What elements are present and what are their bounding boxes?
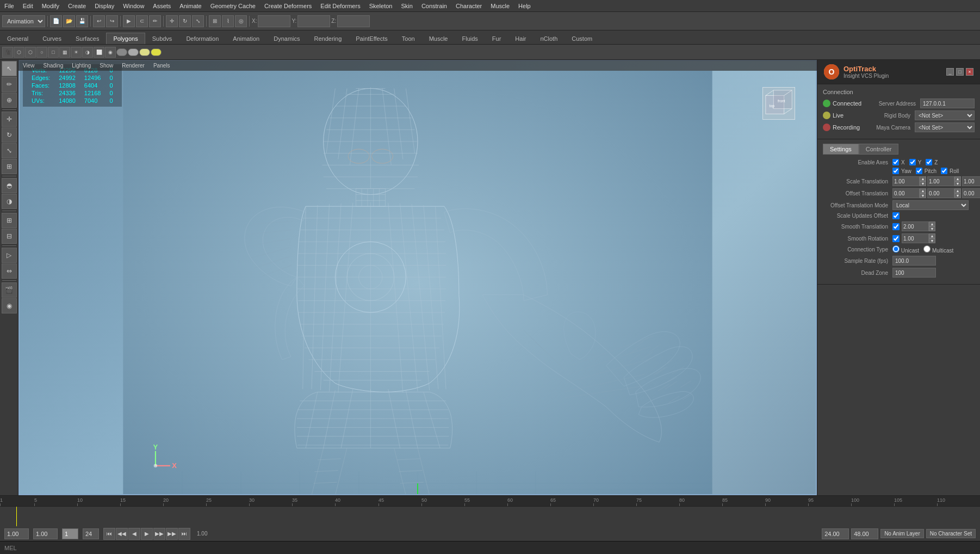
lasso-btn[interactable]: ⊂	[136, 15, 148, 27]
settings-tab[interactable]: Settings	[823, 144, 859, 155]
server-address-input[interactable]	[920, 99, 975, 108]
timeline-bar[interactable]	[0, 507, 980, 526]
grid-btn[interactable]: ⊞	[2, 213, 17, 228]
offset-x-down[interactable]: ▼	[920, 193, 926, 198]
menu-file[interactable]: File	[0, 2, 18, 10]
next-frame-btn[interactable]: ▶▶	[166, 528, 178, 540]
panel-minimize-btn[interactable]: _	[946, 68, 954, 76]
range-start-input[interactable]	[33, 528, 58, 539]
menu-window[interactable]: Window	[119, 2, 148, 10]
tab-rendering[interactable]: Rendering	[307, 33, 349, 44]
render-btn[interactable]: 🎬	[2, 282, 17, 298]
scale-btn[interactable]: ⤡	[192, 15, 204, 27]
snap-curve-btn[interactable]: ⌇	[222, 15, 234, 27]
skip-start-btn[interactable]: ⏮	[103, 528, 115, 540]
soft-mod-btn[interactable]: ◓	[2, 178, 17, 193]
menu-modify[interactable]: Modify	[38, 2, 64, 10]
smooth-rotation-input[interactable]	[902, 233, 929, 243]
play-btn[interactable]: ▶	[141, 528, 153, 540]
rotate-btn[interactable]: ↻	[179, 15, 191, 27]
maya-camera-dropdown[interactable]: <Not Set>	[915, 122, 975, 132]
wire-btn[interactable]: ⬡	[25, 47, 36, 58]
quick-sel-btn[interactable]: ▷	[2, 248, 17, 263]
menu-constrain[interactable]: Constrain	[417, 2, 451, 10]
frame-indicator-input[interactable]	[62, 528, 78, 539]
color2-btn[interactable]	[128, 48, 139, 56]
menu-create[interactable]: Create	[64, 2, 90, 10]
tab-deformation[interactable]: Deformation	[179, 33, 226, 44]
mel-input[interactable]	[21, 543, 976, 553]
menu-edit-deformers[interactable]: Edit Deformers	[316, 2, 364, 10]
range-end-input[interactable]	[83, 528, 99, 539]
texture-btn[interactable]: ▦	[59, 47, 70, 58]
menu-geometry-cache[interactable]: Geometry Cache	[206, 2, 260, 10]
menu-character[interactable]: Character	[451, 2, 486, 10]
play-all-btn[interactable]: ▶▶	[153, 528, 165, 540]
smooth-rotation-checkbox[interactable]	[892, 235, 900, 242]
rigid-body-dropdown[interactable]: <Not Set>	[915, 110, 975, 120]
save-btn[interactable]: 💾	[76, 15, 88, 27]
offset-translation-mode-dropdown[interactable]: Local World	[892, 200, 969, 210]
redo-btn[interactable]: ↪	[106, 15, 118, 27]
viewport[interactable]: View Shading Lighting Show Renderer Pane…	[18, 60, 817, 495]
z-axis-checkbox[interactable]	[926, 159, 932, 165]
tab-surfaces[interactable]: Surfaces	[69, 33, 106, 44]
measure-btn[interactable]: ⇔	[2, 263, 17, 279]
x-axis-checkbox[interactable]	[892, 159, 899, 165]
tab-curves[interactable]: Curves	[35, 33, 69, 44]
move-tool-btn[interactable]: ✛	[2, 112, 17, 127]
tab-general[interactable]: General	[0, 33, 35, 44]
pitch-checkbox[interactable]	[916, 168, 922, 174]
menu-display[interactable]: Display	[90, 2, 119, 10]
tab-ncloth[interactable]: nCloth	[534, 33, 565, 44]
roll-checkbox[interactable]	[941, 168, 947, 174]
y-input[interactable]	[297, 15, 330, 27]
camera-btn[interactable]: 🎥	[2, 47, 13, 58]
viewport-cube[interactable]: top front	[762, 87, 795, 120]
color3-btn[interactable]	[139, 48, 150, 56]
tab-animation[interactable]: Animation	[226, 33, 266, 44]
yaw-checkbox[interactable]	[892, 168, 899, 174]
paint-btn[interactable]: ✏	[149, 15, 161, 27]
tab-fur[interactable]: Fur	[485, 33, 508, 44]
open-btn[interactable]: 📂	[63, 15, 75, 27]
dead-zone-input[interactable]	[892, 268, 936, 278]
scale-x-up[interactable]: ▲	[920, 176, 926, 181]
tab-toon[interactable]: Toon	[395, 33, 422, 44]
scale-tool-btn[interactable]: ⤡	[2, 143, 17, 158]
smooth-rotation-down[interactable]: ▼	[929, 238, 935, 243]
scale-x-down[interactable]: ▼	[920, 181, 926, 186]
snap-grid-btn[interactable]: ⊞	[209, 15, 221, 27]
light-btn[interactable]: ☀	[71, 47, 82, 58]
sample-rate-input[interactable]	[892, 256, 936, 266]
panel-close-btn[interactable]: ×	[966, 68, 973, 76]
tab-dynamics[interactable]: Dynamics	[266, 33, 307, 44]
scale-y-up[interactable]: ▲	[954, 176, 961, 181]
scale-z-input[interactable]	[962, 176, 980, 186]
menu-create-deformers[interactable]: Create Deformers	[260, 2, 316, 10]
rotate-tool-btn[interactable]: ↻	[2, 127, 17, 143]
shadow-btn[interactable]: ◑	[82, 47, 93, 58]
move-btn[interactable]: ✛	[166, 15, 178, 27]
animation-mode-select[interactable]: Animation	[2, 15, 45, 27]
new-scene-btn[interactable]: 📄	[50, 15, 62, 27]
scale-y-down[interactable]: ▼	[954, 181, 961, 186]
y-axis-checkbox[interactable]	[909, 159, 916, 165]
offset-y-input[interactable]	[927, 188, 954, 198]
menu-skeleton[interactable]: Skeleton	[365, 2, 397, 10]
viewport-menu-shading[interactable]: Shading	[39, 61, 68, 70]
scale-x-input[interactable]	[892, 176, 920, 186]
smooth-translation-down[interactable]: ▼	[929, 226, 935, 231]
offset-x-up[interactable]: ▲	[920, 188, 926, 193]
undo-btn[interactable]: ↩	[93, 15, 105, 27]
color1-btn[interactable]	[116, 48, 127, 56]
smooth-translation-input[interactable]	[902, 221, 929, 231]
sculpt-btn[interactable]: ◑	[2, 194, 17, 209]
multicast-radio[interactable]	[923, 245, 931, 253]
fps-display[interactable]	[851, 528, 878, 539]
offset-x-input[interactable]	[892, 188, 920, 198]
offset-y-up[interactable]: ▲	[954, 188, 961, 193]
offset-z-input[interactable]	[962, 188, 980, 198]
isolate-btn[interactable]: ◉	[105, 47, 116, 58]
smooth-translation-checkbox[interactable]	[892, 223, 900, 230]
